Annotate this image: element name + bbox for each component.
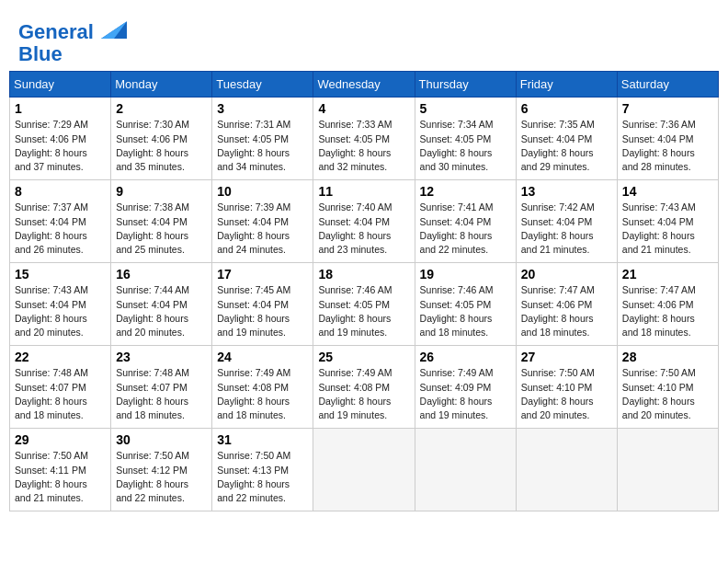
weekday-header-row: SundayMondayTuesdayWednesdayThursdayFrid… xyxy=(10,72,719,98)
day-number: 27 xyxy=(521,350,612,364)
day-info: Sunrise: 7:43 AMSunset: 4:04 PMDaylight:… xyxy=(622,201,713,257)
weekday-header-thursday: Thursday xyxy=(415,72,516,98)
day-info: Sunrise: 7:41 AMSunset: 4:04 PMDaylight:… xyxy=(420,201,511,257)
day-info: Sunrise: 7:50 AMSunset: 4:11 PMDaylight:… xyxy=(15,449,106,505)
weekday-header-monday: Monday xyxy=(111,72,212,98)
day-info: Sunrise: 7:36 AMSunset: 4:04 PMDaylight:… xyxy=(622,118,713,174)
empty-cell xyxy=(415,429,516,511)
day-number: 21 xyxy=(622,267,713,282)
day-info: Sunrise: 7:35 AMSunset: 4:04 PMDaylight:… xyxy=(521,118,612,174)
day-number: 19 xyxy=(420,267,511,282)
day-number: 3 xyxy=(217,101,308,116)
day-cell-23: 23Sunrise: 7:48 AMSunset: 4:07 PMDayligh… xyxy=(111,346,212,429)
day-number: 25 xyxy=(318,350,409,364)
day-cell-12: 12Sunrise: 7:41 AMSunset: 4:04 PMDayligh… xyxy=(415,180,516,263)
day-info: Sunrise: 7:50 AMSunset: 4:13 PMDaylight:… xyxy=(217,449,308,505)
day-number: 7 xyxy=(622,101,713,116)
logo-blue: Blue xyxy=(18,42,63,65)
day-number: 6 xyxy=(521,101,612,116)
day-info: Sunrise: 7:43 AMSunset: 4:04 PMDaylight:… xyxy=(15,283,106,339)
day-number: 23 xyxy=(116,350,207,364)
day-info: Sunrise: 7:46 AMSunset: 4:05 PMDaylight:… xyxy=(318,283,409,339)
day-info: Sunrise: 7:49 AMSunset: 4:08 PMDaylight:… xyxy=(217,366,308,422)
day-cell-22: 22Sunrise: 7:48 AMSunset: 4:07 PMDayligh… xyxy=(10,346,111,429)
day-info: Sunrise: 7:34 AMSunset: 4:05 PMDaylight:… xyxy=(420,118,511,174)
day-number: 26 xyxy=(420,350,511,364)
day-info: Sunrise: 7:45 AMSunset: 4:04 PMDaylight:… xyxy=(217,283,308,339)
day-number: 17 xyxy=(217,267,308,282)
day-info: Sunrise: 7:40 AMSunset: 4:04 PMDaylight:… xyxy=(318,201,409,257)
day-number: 16 xyxy=(116,267,207,282)
day-cell-4: 4Sunrise: 7:33 AMSunset: 4:05 PMDaylight… xyxy=(313,98,415,180)
day-info: Sunrise: 7:46 AMSunset: 4:05 PMDaylight:… xyxy=(420,283,511,339)
day-cell-10: 10Sunrise: 7:39 AMSunset: 4:04 PMDayligh… xyxy=(212,180,313,263)
day-number: 2 xyxy=(116,101,207,116)
day-info: Sunrise: 7:30 AMSunset: 4:06 PMDaylight:… xyxy=(116,118,207,174)
day-cell-28: 28Sunrise: 7:50 AMSunset: 4:10 PMDayligh… xyxy=(617,346,718,429)
day-number: 31 xyxy=(217,432,308,447)
day-cell-6: 6Sunrise: 7:35 AMSunset: 4:04 PMDaylight… xyxy=(516,98,617,180)
day-number: 12 xyxy=(420,184,511,199)
day-cell-26: 26Sunrise: 7:49 AMSunset: 4:09 PMDayligh… xyxy=(415,346,516,429)
day-cell-8: 8Sunrise: 7:37 AMSunset: 4:04 PMDaylight… xyxy=(10,180,111,263)
day-number: 15 xyxy=(15,267,106,282)
day-info: Sunrise: 7:29 AMSunset: 4:06 PMDaylight:… xyxy=(15,118,106,174)
day-cell-25: 25Sunrise: 7:49 AMSunset: 4:08 PMDayligh… xyxy=(313,346,415,429)
day-info: Sunrise: 7:38 AMSunset: 4:04 PMDaylight:… xyxy=(116,201,207,257)
day-cell-17: 17Sunrise: 7:45 AMSunset: 4:04 PMDayligh… xyxy=(212,263,313,346)
day-cell-19: 19Sunrise: 7:46 AMSunset: 4:05 PMDayligh… xyxy=(415,263,516,346)
week-row-2: 8Sunrise: 7:37 AMSunset: 4:04 PMDaylight… xyxy=(10,180,719,263)
day-info: Sunrise: 7:33 AMSunset: 4:05 PMDaylight:… xyxy=(318,118,409,174)
day-number: 4 xyxy=(318,101,409,116)
day-cell-11: 11Sunrise: 7:40 AMSunset: 4:04 PMDayligh… xyxy=(313,180,415,263)
day-cell-7: 7Sunrise: 7:36 AMSunset: 4:04 PMDaylight… xyxy=(617,98,718,180)
page-header: General Blue xyxy=(9,9,719,71)
weekday-header-friday: Friday xyxy=(516,72,617,98)
day-number: 20 xyxy=(521,267,612,282)
logo-general: General xyxy=(18,20,94,43)
weekday-header-tuesday: Tuesday xyxy=(212,72,313,98)
day-info: Sunrise: 7:49 AMSunset: 4:08 PMDaylight:… xyxy=(318,366,409,422)
day-number: 1 xyxy=(15,101,106,116)
day-cell-2: 2Sunrise: 7:30 AMSunset: 4:06 PMDaylight… xyxy=(111,98,212,180)
week-row-5: 29Sunrise: 7:50 AMSunset: 4:11 PMDayligh… xyxy=(10,429,719,511)
empty-cell xyxy=(516,429,617,511)
weekday-header-wednesday: Wednesday xyxy=(313,72,415,98)
week-row-4: 22Sunrise: 7:48 AMSunset: 4:07 PMDayligh… xyxy=(10,346,719,429)
day-cell-1: 1Sunrise: 7:29 AMSunset: 4:06 PMDaylight… xyxy=(10,98,111,180)
logo: General Blue xyxy=(18,17,127,65)
weekday-header-sunday: Sunday xyxy=(10,72,111,98)
day-cell-30: 30Sunrise: 7:50 AMSunset: 4:12 PMDayligh… xyxy=(111,429,212,511)
day-number: 13 xyxy=(521,184,612,199)
day-number: 18 xyxy=(318,267,409,282)
day-info: Sunrise: 7:48 AMSunset: 4:07 PMDaylight:… xyxy=(116,366,207,422)
week-row-1: 1Sunrise: 7:29 AMSunset: 4:06 PMDaylight… xyxy=(10,98,719,180)
day-number: 28 xyxy=(622,350,713,364)
day-info: Sunrise: 7:42 AMSunset: 4:04 PMDaylight:… xyxy=(521,201,612,257)
day-cell-21: 21Sunrise: 7:47 AMSunset: 4:06 PMDayligh… xyxy=(617,263,718,346)
day-info: Sunrise: 7:49 AMSunset: 4:09 PMDaylight:… xyxy=(420,366,511,422)
day-number: 5 xyxy=(420,101,511,116)
day-cell-13: 13Sunrise: 7:42 AMSunset: 4:04 PMDayligh… xyxy=(516,180,617,263)
week-row-3: 15Sunrise: 7:43 AMSunset: 4:04 PMDayligh… xyxy=(10,263,719,346)
day-cell-20: 20Sunrise: 7:47 AMSunset: 4:06 PMDayligh… xyxy=(516,263,617,346)
day-info: Sunrise: 7:44 AMSunset: 4:04 PMDaylight:… xyxy=(116,283,207,339)
day-info: Sunrise: 7:37 AMSunset: 4:04 PMDaylight:… xyxy=(15,201,106,257)
day-number: 11 xyxy=(318,184,409,199)
day-cell-9: 9Sunrise: 7:38 AMSunset: 4:04 PMDaylight… xyxy=(111,180,212,263)
day-number: 24 xyxy=(217,350,308,364)
day-cell-14: 14Sunrise: 7:43 AMSunset: 4:04 PMDayligh… xyxy=(617,180,718,263)
day-number: 8 xyxy=(15,184,106,199)
empty-cell xyxy=(313,429,415,511)
calendar-table: SundayMondayTuesdayWednesdayThursdayFrid… xyxy=(9,71,719,511)
day-info: Sunrise: 7:47 AMSunset: 4:06 PMDaylight:… xyxy=(521,283,612,339)
day-cell-15: 15Sunrise: 7:43 AMSunset: 4:04 PMDayligh… xyxy=(10,263,111,346)
day-info: Sunrise: 7:50 AMSunset: 4:12 PMDaylight:… xyxy=(116,449,207,505)
day-cell-27: 27Sunrise: 7:50 AMSunset: 4:10 PMDayligh… xyxy=(516,346,617,429)
day-info: Sunrise: 7:31 AMSunset: 4:05 PMDaylight:… xyxy=(217,118,308,174)
day-number: 9 xyxy=(116,184,207,199)
day-cell-18: 18Sunrise: 7:46 AMSunset: 4:05 PMDayligh… xyxy=(313,263,415,346)
day-number: 29 xyxy=(15,432,106,447)
day-number: 14 xyxy=(622,184,713,199)
day-cell-24: 24Sunrise: 7:49 AMSunset: 4:08 PMDayligh… xyxy=(212,346,313,429)
